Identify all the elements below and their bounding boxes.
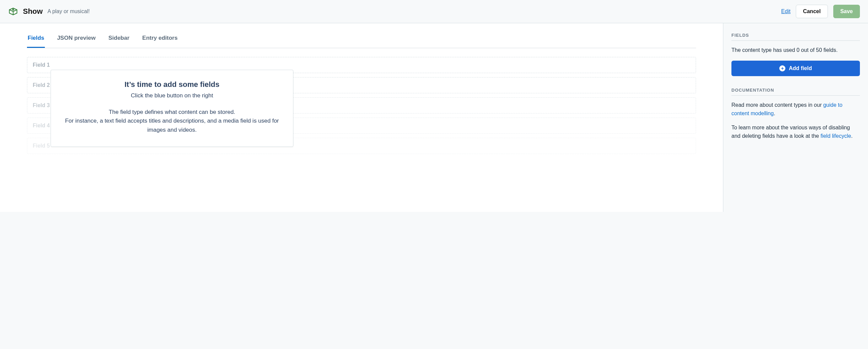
save-button[interactable]: Save	[833, 5, 860, 18]
onboarding-description: The field type defines what content can …	[64, 108, 280, 134]
content-type-icon	[8, 6, 18, 17]
cancel-button[interactable]: Cancel	[796, 5, 828, 18]
field-lifecycle-link[interactable]: field lifecycle	[820, 133, 851, 139]
content-type-title: Show	[23, 7, 43, 16]
docs-paragraph: Read more about content types in our gui…	[731, 101, 860, 118]
sidebar-fields-heading: FIELDS	[731, 33, 860, 41]
fields-usage-text: The content type has used 0 out of 50 fi…	[731, 46, 860, 55]
field-placeholder-label: Field 1	[33, 62, 50, 68]
content-type-description: A play or musical!	[48, 8, 90, 14]
onboarding-desc-line: The field type defines what content can …	[109, 109, 235, 115]
tab-sidebar[interactable]: Sidebar	[108, 30, 130, 48]
workbench-main: Fields JSON preview Sidebar Entry editor…	[0, 23, 723, 212]
onboarding-card: It’s time to add some fields Click the b…	[51, 70, 293, 147]
docs-paragraph: To learn more about the various ways of …	[731, 124, 860, 140]
header-actions: Edit Cancel Save	[781, 5, 860, 18]
sidebar-documentation-section: DOCUMENTATION Read more about content ty…	[731, 88, 860, 140]
add-field-label: Add field	[789, 65, 812, 71]
svg-point-0	[12, 9, 14, 10]
field-placeholder-label: Field 3	[33, 102, 50, 108]
docs-text: .	[851, 133, 852, 139]
sidebar-fields-section: FIELDS The content type has used 0 out o…	[731, 33, 860, 76]
onboarding-lead: Click the blue button on the right	[64, 92, 280, 99]
content-type-brand: Show A play or musical!	[8, 6, 90, 17]
add-field-button[interactable]: + Add field	[731, 61, 860, 76]
edit-link[interactable]: Edit	[781, 8, 791, 14]
field-placeholder-label: Field 2	[33, 82, 50, 88]
workbench-header: Show A play or musical! Edit Cancel Save	[0, 0, 868, 23]
docs-text: .	[774, 110, 775, 116]
content-type-tabs: Fields JSON preview Sidebar Entry editor…	[27, 30, 696, 48]
plus-circle-icon: +	[779, 65, 785, 71]
field-placeholder-label: Field 4	[33, 123, 50, 128]
tab-fields[interactable]: Fields	[27, 30, 45, 48]
field-placeholder-list: Field 1 Field 2 Field 3 Field 4 Field 5 …	[27, 57, 696, 154]
field-placeholder-label: Field 5	[33, 143, 50, 149]
tab-json-preview[interactable]: JSON preview	[56, 30, 96, 48]
docs-text: Read more about content types in our	[731, 102, 823, 108]
workbench-sidebar: FIELDS The content type has used 0 out o…	[723, 23, 868, 212]
onboarding-title: It’s time to add some fields	[64, 80, 280, 89]
tab-entry-editors[interactable]: Entry editors	[142, 30, 178, 48]
onboarding-desc-line: For instance, a text field accepts title…	[65, 118, 279, 133]
sidebar-docs-heading: DOCUMENTATION	[731, 88, 860, 96]
